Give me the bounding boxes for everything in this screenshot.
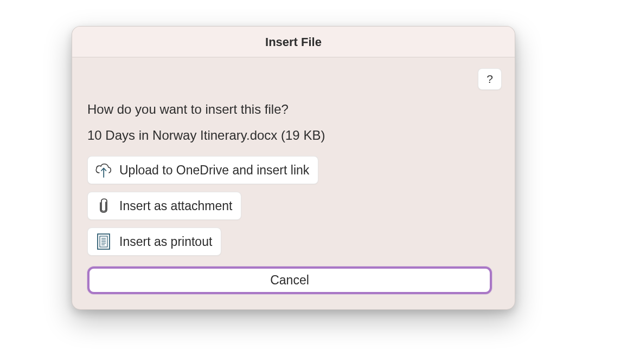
insert-attachment-button[interactable]: Insert as attachment: [87, 192, 241, 220]
help-icon: ?: [487, 73, 493, 86]
insert-attachment-label: Insert as attachment: [119, 199, 232, 213]
insert-options: Upload to OneDrive and insert link Inser…: [87, 156, 500, 294]
file-name-text: 10 Days in Norway Itinerary.docx (19 KB): [87, 128, 500, 143]
dialog-title: Insert File: [72, 35, 515, 49]
insert-file-dialog: Insert File ? How do you want to insert …: [72, 26, 515, 310]
insert-printout-button[interactable]: Insert as printout: [87, 227, 221, 256]
dialog-titlebar: Insert File: [72, 27, 515, 57]
cancel-label: Cancel: [270, 273, 309, 287]
upload-onedrive-label: Upload to OneDrive and insert link: [119, 163, 309, 178]
cloud-upload-icon: [94, 161, 113, 179]
printout-icon: [94, 232, 113, 251]
paperclip-icon: [94, 197, 113, 215]
upload-onedrive-button[interactable]: Upload to OneDrive and insert link: [87, 156, 318, 184]
prompt-text: How do you want to insert this file?: [87, 102, 500, 117]
help-button[interactable]: ?: [478, 68, 502, 90]
insert-printout-label: Insert as printout: [119, 235, 212, 249]
cancel-button[interactable]: Cancel: [87, 266, 492, 294]
dialog-body: ? How do you want to insert this file? 1…: [72, 57, 515, 309]
